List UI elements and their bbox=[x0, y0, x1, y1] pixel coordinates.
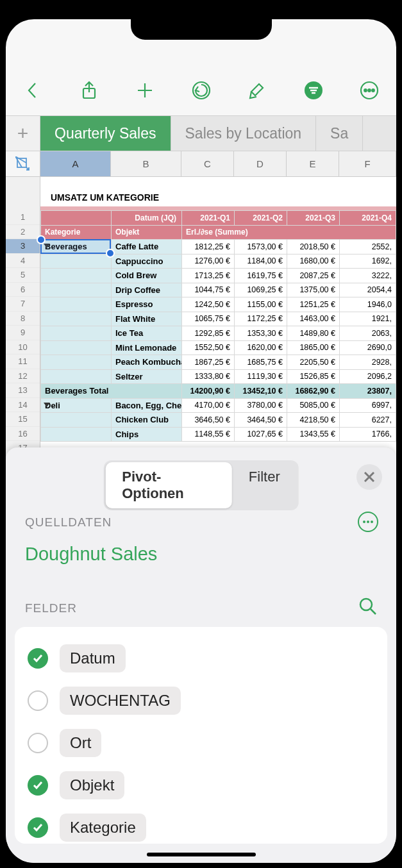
field-pill[interactable]: Kategorie bbox=[60, 814, 146, 842]
share-button[interactable] bbox=[75, 76, 103, 104]
value-cell[interactable]: 2096,2 bbox=[340, 369, 396, 384]
value-cell[interactable]: 1946,0 bbox=[340, 297, 396, 312]
value-cell[interactable]: 2552, bbox=[340, 240, 396, 255]
row-num[interactable]: 1 bbox=[6, 210, 40, 225]
value-cell[interactable]: 1172,25 € bbox=[235, 312, 287, 326]
checkbox-off-icon[interactable] bbox=[28, 690, 48, 711]
row-num[interactable]: 4 bbox=[6, 254, 40, 269]
value-cell[interactable]: 1027,65 € bbox=[235, 427, 287, 442]
value-cell[interactable]: 1044,75 € bbox=[182, 283, 235, 297]
value-cell[interactable]: 1333,80 € bbox=[182, 369, 235, 384]
value-cell[interactable]: 2063, bbox=[340, 326, 396, 341]
checkbox-on-icon[interactable] bbox=[28, 775, 48, 796]
checkbox-off-icon[interactable] bbox=[28, 733, 48, 753]
value-cell[interactable]: 1276,00 € bbox=[182, 254, 235, 269]
value-cell[interactable]: 2087,25 € bbox=[287, 269, 340, 283]
object-cell[interactable]: Cappuccino bbox=[112, 254, 182, 269]
row-num[interactable]: 11 bbox=[6, 355, 40, 369]
search-fields-button[interactable] bbox=[358, 596, 378, 619]
value-cell[interactable]: 1069,25 € bbox=[235, 283, 287, 297]
object-cell[interactable]: Peach Kombucha bbox=[112, 355, 182, 370]
value-cell[interactable]: 6997, bbox=[340, 398, 396, 413]
value-cell[interactable]: 16862,90 € bbox=[287, 384, 340, 399]
col-D[interactable]: D bbox=[234, 151, 287, 176]
object-cell[interactable]: Flat White bbox=[112, 312, 182, 326]
category-cell[interactable]: Beverages bbox=[41, 240, 112, 255]
object-cell[interactable]: Cold Brew bbox=[112, 269, 182, 283]
value-cell[interactable]: 1713,25 € bbox=[182, 269, 235, 283]
close-panel-button[interactable] bbox=[356, 464, 382, 490]
col-A[interactable]: A bbox=[40, 151, 111, 176]
more-button[interactable] bbox=[355, 76, 383, 104]
col-E[interactable]: E bbox=[287, 151, 339, 176]
category-cell[interactable]: Deli bbox=[41, 398, 112, 413]
object-cell[interactable]: Chips bbox=[112, 427, 182, 442]
value-cell[interactable]: 1921, bbox=[340, 312, 396, 326]
value-cell[interactable]: 3222, bbox=[340, 269, 396, 283]
select-all-corner[interactable] bbox=[6, 151, 40, 176]
tab-pivot-optionen[interactable]: Pivot-Optionen bbox=[105, 462, 232, 508]
field-row[interactable]: Kategorie bbox=[22, 806, 380, 849]
value-cell[interactable]: 3646,50 € bbox=[182, 413, 235, 428]
total-label[interactable]: Beverages Total bbox=[41, 384, 182, 399]
value-cell[interactable]: 1526,85 € bbox=[287, 369, 340, 384]
value-cell[interactable]: 1119,30 € bbox=[235, 369, 287, 384]
object-cell[interactable]: Espresso bbox=[112, 297, 182, 312]
value-cell[interactable]: 1065,75 € bbox=[182, 312, 235, 326]
value-cell[interactable]: 1865,00 € bbox=[287, 340, 340, 355]
tab-sales-by-location[interactable]: Sales by Location bbox=[171, 116, 317, 151]
field-pill[interactable]: Ort bbox=[60, 729, 101, 757]
value-cell[interactable]: 2690,0 bbox=[340, 340, 396, 355]
value-cell[interactable]: 1766, bbox=[340, 427, 396, 442]
value-cell[interactable]: 1489,80 € bbox=[287, 326, 340, 341]
row-num[interactable]: 3 bbox=[6, 239, 40, 254]
value-cell[interactable]: 2928, bbox=[340, 355, 396, 370]
value-cell[interactable]: 3464,50 € bbox=[235, 413, 287, 428]
value-cell[interactable]: 2054,4 bbox=[340, 283, 396, 297]
undo-button[interactable] bbox=[187, 76, 215, 104]
add-sheet-button[interactable]: + bbox=[6, 116, 40, 151]
row-num[interactable]: 14 bbox=[6, 398, 40, 413]
value-cell[interactable]: 1867,25 € bbox=[182, 355, 235, 370]
object-cell[interactable]: Chicken Club bbox=[112, 413, 182, 428]
value-cell[interactable]: 1375,00 € bbox=[287, 283, 340, 297]
row-num[interactable]: 12 bbox=[6, 369, 40, 384]
value-cell[interactable]: 1692, bbox=[340, 254, 396, 269]
value-cell[interactable]: 2018,50 € bbox=[287, 240, 340, 255]
value-cell[interactable]: 2205,50 € bbox=[287, 355, 340, 370]
col-C[interactable]: C bbox=[181, 151, 234, 176]
add-button[interactable] bbox=[131, 76, 159, 104]
value-cell[interactable]: 4170,00 € bbox=[182, 398, 235, 413]
field-row[interactable]: Ort bbox=[22, 722, 380, 764]
field-row[interactable]: Datum bbox=[22, 637, 380, 680]
value-cell[interactable]: 1680,00 € bbox=[287, 254, 340, 269]
row-num[interactable]: 10 bbox=[6, 340, 40, 355]
value-cell[interactable]: 1573,00 € bbox=[235, 240, 287, 255]
row-num[interactable]: 13 bbox=[6, 383, 40, 398]
field-pill[interactable]: Datum bbox=[60, 644, 126, 672]
col-F[interactable]: F bbox=[339, 151, 396, 176]
home-indicator[interactable] bbox=[147, 853, 256, 856]
format-brush-button[interactable] bbox=[243, 76, 271, 104]
checkbox-on-icon[interactable] bbox=[28, 817, 48, 838]
filter-button[interactable] bbox=[299, 76, 328, 104]
row-num[interactable]: 7 bbox=[6, 297, 40, 312]
row-num[interactable]: 16 bbox=[6, 427, 40, 442]
source-more-button[interactable] bbox=[358, 512, 378, 532]
field-pill[interactable]: Objekt bbox=[60, 771, 124, 799]
value-cell[interactable]: 1292,85 € bbox=[182, 326, 235, 341]
value-cell[interactable]: 1242,50 € bbox=[182, 297, 235, 312]
value-cell[interactable]: 6227, bbox=[340, 413, 396, 428]
row-num[interactable]: 2 bbox=[6, 225, 40, 240]
value-cell[interactable]: 1812,25 € bbox=[182, 240, 235, 255]
value-cell[interactable]: 1552,50 € bbox=[182, 340, 235, 355]
value-cell[interactable]: 4218,50 € bbox=[287, 413, 340, 428]
row-num[interactable]: 8 bbox=[6, 312, 40, 326]
value-cell[interactable]: 1148,55 € bbox=[182, 427, 235, 442]
value-cell[interactable]: 1184,00 € bbox=[235, 254, 287, 269]
value-cell[interactable]: 14200,90 € bbox=[182, 384, 235, 399]
row-num[interactable]: 9 bbox=[6, 326, 40, 340]
object-cell[interactable]: Drip Coffee bbox=[112, 283, 182, 297]
object-cell[interactable]: Ice Tea bbox=[112, 326, 182, 341]
object-cell[interactable]: Bacon, Egg, Cheese bbox=[112, 398, 182, 413]
